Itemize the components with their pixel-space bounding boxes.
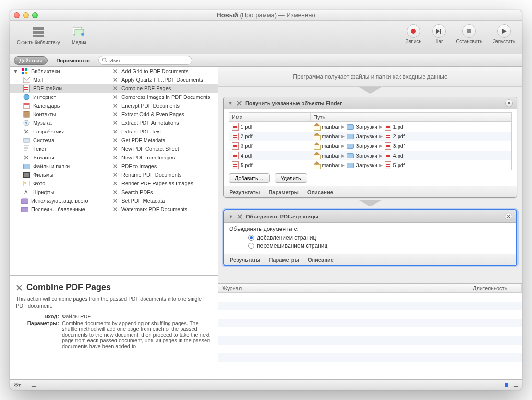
disclosure-triangle-icon[interactable]: ▼	[228, 214, 233, 219]
action-list-item[interactable]: Apply Quartz Fil…PDF Documents	[109, 75, 218, 84]
action-list-item[interactable]: New PDF Contact Sheet	[109, 145, 218, 153]
disclosure-triangle-icon[interactable]: ▼	[13, 68, 18, 74]
smart-folder-item[interactable]: Использую…аще всего	[10, 196, 109, 205]
search-field[interactable]	[98, 56, 192, 65]
disclosure-triangle-icon[interactable]: ▼	[228, 100, 233, 106]
table-row[interactable]: 5.pdf manbar ▶ Загрузки ▶ 5.pdf	[229, 160, 511, 170]
file-name: 5.pdf	[241, 162, 252, 168]
col-name[interactable]: Имя	[229, 113, 311, 121]
footer-description[interactable]: Описание	[308, 257, 334, 263]
table-row[interactable]: 2.pdf manbar ▶ Загрузки ▶ 2.pdf	[229, 132, 511, 141]
library-list[interactable]: ▼ Библиотеки MailPDF-файлыИнтернетКаленд…	[10, 67, 109, 275]
footer-description[interactable]: Описание	[307, 189, 333, 195]
svg-point-3	[411, 29, 416, 34]
media-button[interactable]: Медиа	[69, 24, 90, 46]
utilities-icon	[23, 154, 30, 161]
tab-actions[interactable]: Действия	[14, 56, 48, 65]
library-root[interactable]: ▼ Библиотеки	[10, 67, 109, 75]
finder-items-table[interactable]: Имя Путь 1.pdf manbar ▶ Загрузки ▶ 1.pdf…	[229, 112, 512, 170]
library-item[interactable]: AШрифты	[10, 188, 109, 196]
action-list-item[interactable]: Search PDFs	[109, 188, 218, 196]
step-header[interactable]: ▼ Объединить PDF-страницы ✕	[224, 210, 516, 223]
log-col-journal[interactable]: Журнал	[218, 284, 469, 292]
toggle-description-button[interactable]: ☰	[31, 382, 36, 388]
remove-item-button[interactable]: Удалить	[275, 173, 307, 183]
hide-library-button[interactable]: Скрыть библиотеку	[15, 24, 62, 46]
automator-action-icon	[113, 103, 118, 108]
action-list-item[interactable]: Render PDF Pages as Images	[109, 179, 218, 188]
gear-menu-button[interactable]: ✻▾	[14, 382, 21, 388]
action-list-item[interactable]: Rename PDF Documents	[109, 170, 218, 179]
library-item[interactable]: PDF-файлы	[10, 84, 109, 93]
action-list-item[interactable]: New PDF from Images	[109, 153, 218, 162]
run-button[interactable]: Запустить	[491, 24, 517, 45]
search-input[interactable]	[109, 58, 189, 63]
smart-folder-item[interactable]: Последн…бавленные	[10, 205, 109, 214]
svg-rect-13	[25, 72, 27, 74]
library-item[interactable]: Музыка	[10, 119, 109, 127]
footer-results[interactable]: Результаты	[230, 257, 260, 263]
library-item[interactable]: Система	[10, 136, 109, 145]
library-item[interactable]: Файлы и папки	[10, 162, 109, 170]
workflow-flow[interactable]: ▼ Получить указанные объекты Finder ✕ Им…	[218, 87, 522, 283]
action-label: Extract PDF Text	[121, 129, 161, 134]
library-item[interactable]: Календарь	[10, 101, 109, 110]
action-list-item[interactable]: Extract Odd & Even Pages	[109, 110, 218, 119]
radio-shuffle-pages[interactable]: перемешиванием страниц	[248, 242, 511, 249]
library-item[interactable]: Текст	[10, 145, 109, 153]
svg-rect-6	[467, 29, 471, 33]
automator-action-icon	[113, 172, 118, 177]
library-item[interactable]: Mail	[10, 75, 109, 84]
action-list-item[interactable]: Add Grid to PDF Documents	[109, 67, 218, 75]
fonts-icon: A	[23, 188, 30, 196]
step-header[interactable]: ▼ Получить указанные объекты Finder ✕	[224, 97, 517, 109]
action-list-item[interactable]: Compress Images in PDF Documents	[109, 93, 218, 101]
library-item[interactable]: Фильмы	[10, 170, 109, 179]
log-col-duration[interactable]: Длительность	[469, 284, 522, 292]
pdf-icon	[23, 85, 30, 92]
record-button[interactable]: Запись	[404, 24, 423, 45]
action-list-item[interactable]: Extract PDF Text	[109, 127, 218, 136]
action-list-item[interactable]: Encrypt PDF Documents	[109, 101, 218, 110]
library-item[interactable]: Разработчик	[10, 127, 109, 136]
table-row[interactable]: 1.pdf manbar ▶ Загрузки ▶ 1.pdf	[229, 122, 511, 132]
step-footer: Результаты Параметры Описание	[224, 186, 517, 197]
library-item[interactable]: Утилиты	[10, 153, 109, 162]
library-item[interactable]: Интернет	[10, 93, 109, 101]
tab-variables[interactable]: Переменные	[51, 56, 95, 65]
action-list-item[interactable]: Get PDF Metadata	[109, 136, 218, 145]
footer-options[interactable]: Параметры	[269, 257, 299, 263]
library-item[interactable]: Контакты	[10, 110, 109, 119]
action-list-item[interactable]: Watermark PDF Documents	[109, 205, 218, 214]
stop-button[interactable]: Остановить	[454, 24, 484, 45]
workflow-step-combine-pdf[interactable]: ▼ Объединить PDF-страницы ✕ Объединять д…	[223, 209, 517, 266]
add-item-button[interactable]: Добавить…	[229, 173, 270, 183]
footer-options[interactable]: Параметры	[268, 189, 298, 195]
workflow-step-finder-items[interactable]: ▼ Получить указанные объекты Finder ✕ Им…	[223, 97, 517, 198]
remove-step-button[interactable]: ✕	[505, 213, 512, 220]
radio-append-pages[interactable]: добавлением страниц	[248, 234, 511, 241]
folder-icon	[347, 153, 354, 158]
table-row[interactable]: 4.pdf manbar ▶ Загрузки ▶ 4.pdf	[229, 151, 511, 160]
step-title: Объединить PDF-страницы	[246, 214, 318, 219]
action-list-item[interactable]: Set PDF Metadata	[109, 196, 218, 205]
step-button[interactable]: Шаг	[430, 24, 447, 45]
automator-action-icon	[113, 69, 118, 73]
library-item-label: Утилиты	[33, 155, 54, 160]
action-list-item[interactable]: PDF to Images	[109, 162, 218, 170]
files-icon	[23, 162, 30, 170]
workflow-view-list-button[interactable]: ≣	[504, 382, 508, 388]
internet-icon	[23, 93, 30, 101]
action-list-item[interactable]: Extract PDF Annotations	[109, 119, 218, 127]
workflow-view-log-button[interactable]: ☰	[513, 382, 518, 388]
pdf-icon	[385, 133, 391, 140]
actions-list[interactable]: Add Grid to PDF DocumentsApply Quartz Fi…	[109, 67, 218, 275]
library-lists: ▼ Библиотеки MailPDF-файлыИнтернетКаленд…	[10, 67, 218, 276]
footer-results[interactable]: Результаты	[230, 189, 260, 195]
automator-action-icon	[113, 181, 118, 186]
action-list-item[interactable]: Combine PDF Pages	[109, 84, 218, 93]
table-row[interactable]: 3.pdf manbar ▶ Загрузки ▶ 3.pdf	[229, 141, 511, 151]
remove-step-button[interactable]: ✕	[505, 99, 513, 107]
col-path[interactable]: Путь	[311, 113, 511, 121]
library-item[interactable]: Фото	[10, 179, 109, 188]
